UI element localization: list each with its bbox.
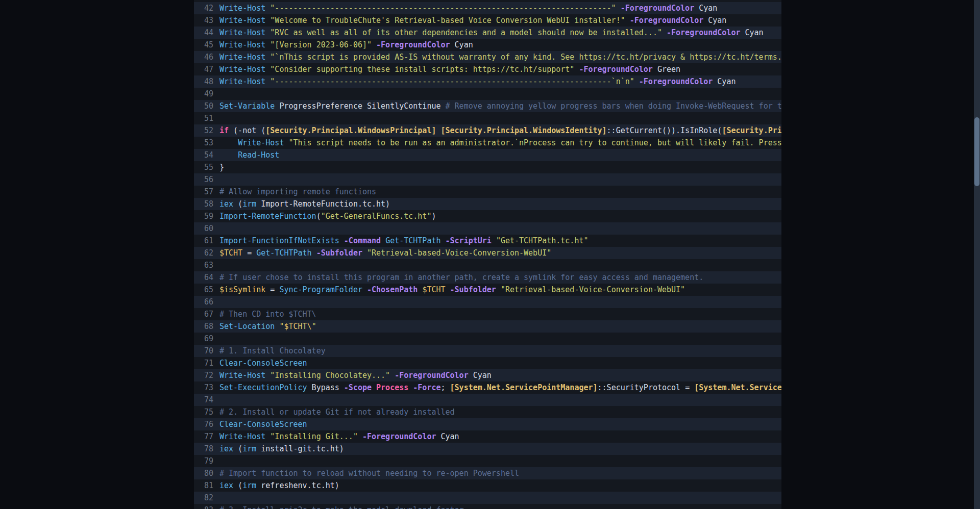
line-number[interactable]: 65 (194, 284, 219, 296)
code-line: 55} (194, 161, 781, 173)
line-number[interactable]: 60 (194, 222, 219, 235)
code-line: 65$isSymlink = Sync-ProgramFolder -Chose… (194, 284, 781, 296)
code-line: 81iex (irm refreshenv.tc.ht) (194, 479, 781, 492)
code-line: 72Write-Host "Installing Chocolatey..." … (194, 369, 781, 381)
line-number[interactable]: 44 (194, 27, 219, 39)
code-line-text (219, 259, 781, 271)
line-number[interactable]: 54 (194, 149, 219, 161)
line-number[interactable]: 49 (194, 88, 219, 100)
line-number[interactable]: 80 (194, 467, 219, 479)
code-line-text: Write-Host "----------------------------… (219, 2, 781, 14)
code-line-text (219, 492, 781, 504)
code-line-text: Write-Host "Installing Chocolatey..." -F… (219, 369, 781, 381)
line-number[interactable]: 61 (194, 235, 219, 247)
code-line: 83# 3. Install aria2c to make the model … (194, 504, 781, 509)
code-line-text: Clear-ConsoleScreen (219, 418, 781, 430)
code-line: 42Write-Host "--------------------------… (194, 2, 781, 14)
code-line: 82 (194, 492, 781, 504)
line-number[interactable]: 72 (194, 369, 219, 381)
code-line-text: Set-Location "$TCHT\" (219, 320, 781, 333)
code-line: 46Write-Host "`nThis script is provided … (194, 51, 781, 63)
code-line-text: $TCHT = Get-TCHTPath -Subfolder "Retriev… (219, 247, 781, 259)
line-number[interactable]: 42 (194, 2, 219, 14)
line-number[interactable]: 79 (194, 455, 219, 467)
line-number[interactable]: 62 (194, 247, 219, 259)
code-line: 80# Import function to reload without ne… (194, 467, 781, 479)
code-line: 45Write-Host "[Version 2023-06-06]" -For… (194, 39, 781, 51)
line-number[interactable]: 51 (194, 112, 219, 124)
line-number[interactable]: 59 (194, 210, 219, 222)
code-viewer-page: { "viewer": { "language": "powershell", … (0, 0, 980, 509)
line-number[interactable]: 67 (194, 308, 219, 320)
vertical-scrollbar-track[interactable] (974, 0, 980, 509)
code-line-text: # 3. Install aria2c to make the model do… (219, 504, 781, 509)
line-number[interactable]: 63 (194, 259, 219, 271)
line-number[interactable]: 55 (194, 161, 219, 173)
code-line: 48Write-Host "--------------------------… (194, 75, 781, 88)
line-number[interactable]: 43 (194, 14, 219, 27)
code-line-text (219, 296, 781, 308)
code-line-text (219, 173, 781, 186)
line-number[interactable]: 82 (194, 492, 219, 504)
code-line-text (219, 112, 781, 124)
line-number[interactable]: 69 (194, 333, 219, 345)
code-line: 79 (194, 455, 781, 467)
line-number[interactable]: 58 (194, 198, 219, 210)
code-viewer: 42Write-Host "--------------------------… (194, 0, 781, 509)
code-line: 60 (194, 222, 781, 235)
code-line-text: iex (irm refreshenv.tc.ht) (219, 479, 781, 492)
line-number[interactable]: 78 (194, 443, 219, 455)
line-number[interactable]: 75 (194, 406, 219, 418)
line-number[interactable]: 83 (194, 504, 219, 509)
code-line-text (219, 88, 781, 100)
code-line: 69 (194, 333, 781, 345)
code-line: 52if (-not ([Security.Principal.WindowsP… (194, 124, 781, 137)
code-line: 64# If user chose to install this progra… (194, 271, 781, 284)
line-number[interactable]: 47 (194, 63, 219, 75)
line-number[interactable]: 45 (194, 39, 219, 51)
code-line: 70# 1. Install Chocolatey (194, 345, 781, 357)
code-line: 73Set-ExecutionPolicy Bypass -Scope Proc… (194, 381, 781, 394)
code-line: 53 Write-Host "This script needs to be r… (194, 137, 781, 149)
code-line-text: # Allow importing remote functions (219, 186, 781, 198)
code-line-text (219, 222, 781, 235)
code-line-text: Write-Host "Consider supporting these in… (219, 63, 781, 75)
vertical-scrollbar-thumb[interactable] (974, 117, 979, 186)
line-number[interactable]: 57 (194, 186, 219, 198)
line-number[interactable]: 68 (194, 320, 219, 333)
code-line: 56 (194, 173, 781, 186)
code-line-text: Write-Host "[Version 2023-06-06]" -Foreg… (219, 39, 781, 51)
code-line: 77Write-Host "Installing Git..." -Foregr… (194, 430, 781, 443)
line-number[interactable]: 53 (194, 137, 219, 149)
code-line: 49 (194, 88, 781, 100)
line-number[interactable]: 74 (194, 394, 219, 406)
code-line-text: Import-FunctionIfNotExists -Command Get-… (219, 235, 781, 247)
code-line-text (219, 394, 781, 406)
line-number[interactable]: 56 (194, 173, 219, 186)
line-number[interactable]: 48 (194, 75, 219, 88)
code-line-text: Write-Host "Welcome to TroubleChute's Re… (219, 14, 781, 27)
line-number[interactable]: 71 (194, 357, 219, 369)
line-number[interactable]: 52 (194, 124, 219, 137)
code-line-text: # Import function to reload without need… (219, 467, 781, 479)
code-line: 78iex (irm install-git.tc.ht) (194, 443, 781, 455)
line-number[interactable]: 64 (194, 271, 219, 284)
code-line-text: Write-Host "RVC as well as all of its ot… (219, 27, 781, 39)
code-line: 63 (194, 259, 781, 271)
line-number[interactable]: 81 (194, 479, 219, 492)
line-number[interactable]: 76 (194, 418, 219, 430)
line-number[interactable]: 73 (194, 381, 219, 394)
code-line: 71Clear-ConsoleScreen (194, 357, 781, 369)
code-line: 43Write-Host "Welcome to TroubleChute's … (194, 14, 781, 27)
code-line: 57# Allow importing remote functions (194, 186, 781, 198)
code-line-text: Set-ExecutionPolicy Bypass -Scope Proces… (219, 381, 781, 394)
code-line-text (219, 333, 781, 345)
line-number[interactable]: 66 (194, 296, 219, 308)
line-number[interactable]: 50 (194, 100, 219, 112)
code-line-text: Write-Host "----------------------------… (219, 75, 781, 88)
line-number[interactable]: 77 (194, 430, 219, 443)
code-line-text: # 2. Install or update Git if not alread… (219, 406, 781, 418)
line-number[interactable]: 70 (194, 345, 219, 357)
code-line: 68Set-Location "$TCHT\" (194, 320, 781, 333)
line-number[interactable]: 46 (194, 51, 219, 63)
